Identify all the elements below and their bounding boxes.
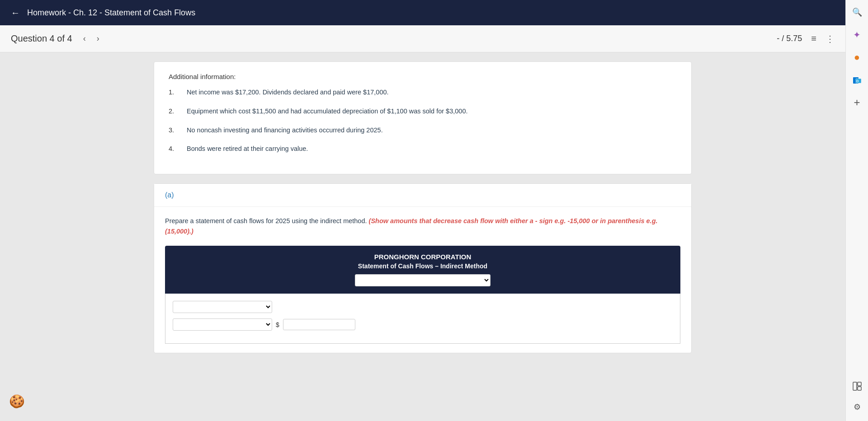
outlook-icon[interactable]: O bbox=[850, 73, 864, 87]
category-dropdown-2[interactable] bbox=[173, 318, 272, 331]
list-item: 3. No noncash investing and financing ac… bbox=[169, 126, 677, 136]
right-sidebar: 🔍 ✦ ● O + ⚙ bbox=[845, 0, 868, 421]
list-item: 1. Net income was $17,200. Dividends dec… bbox=[169, 88, 677, 98]
part-a-header: (a) bbox=[154, 184, 691, 207]
category-dropdown-1[interactable] bbox=[173, 301, 272, 313]
list-item-text: Bonds were retired at their carrying val… bbox=[187, 144, 308, 154]
header-right: - / 5.75 ≡ ⋮ bbox=[777, 33, 835, 44]
list-item-num: 3. bbox=[169, 126, 179, 136]
list-item: 4. Bonds were retired at their carrying … bbox=[169, 144, 677, 154]
sidebar-bottom-icons: ⚙ bbox=[850, 379, 864, 421]
part-a-label: (a) bbox=[165, 191, 174, 199]
corporation-name: PRONGHORN CORPORATION bbox=[172, 253, 673, 261]
question-nav-arrows: ‹ › bbox=[80, 32, 103, 45]
back-button[interactable]: ← bbox=[11, 8, 20, 18]
svg-rect-5 bbox=[858, 387, 861, 390]
next-question-button[interactable]: › bbox=[93, 32, 103, 45]
part-a-card: (a) Prepare a statement of cash flows fo… bbox=[154, 183, 692, 353]
cash-flow-form: $ bbox=[165, 294, 680, 344]
star-icon[interactable]: ✦ bbox=[850, 28, 864, 42]
circle-icon[interactable]: ● bbox=[850, 51, 864, 64]
content-scroll-area: Additional information: 1. Net income wa… bbox=[0, 52, 845, 421]
svg-text:O: O bbox=[856, 80, 859, 83]
list-item-text: Equipment which cost $11,500 and had acc… bbox=[187, 107, 468, 117]
nav-title: Homework - Ch. 12 - Statement of Cash Fl… bbox=[27, 8, 195, 18]
additional-info-card: Additional information: 1. Net income wa… bbox=[154, 61, 692, 174]
list-icon[interactable]: ≡ bbox=[811, 33, 816, 44]
form-row-1 bbox=[173, 301, 673, 313]
top-nav-bar: ← Homework - Ch. 12 - Statement of Cash … bbox=[0, 0, 845, 25]
svg-rect-4 bbox=[858, 382, 861, 386]
plus-icon[interactable]: + bbox=[850, 96, 864, 109]
statement-title: Statement of Cash Flows – Indirect Metho… bbox=[172, 262, 673, 270]
list-item-text: No noncash investing and financing activ… bbox=[187, 126, 383, 136]
year-dropdown[interactable] bbox=[355, 274, 491, 286]
additional-info-title: Additional information: bbox=[169, 73, 677, 80]
cash-flow-table-header: PRONGHORN CORPORATION Statement of Cash … bbox=[165, 246, 680, 294]
more-options-icon[interactable]: ⋮ bbox=[826, 33, 835, 44]
layout-icon[interactable] bbox=[850, 379, 864, 393]
search-icon[interactable]: 🔍 bbox=[850, 5, 864, 19]
question-header: Question 4 of 4 ‹ › - / 5.75 ≡ ⋮ bbox=[0, 25, 845, 52]
list-item-num: 2. bbox=[169, 107, 179, 117]
cookie-icon[interactable]: 🍪 bbox=[9, 394, 27, 412]
part-a-content: Prepare a statement of cash flows for 20… bbox=[154, 207, 691, 353]
dollar-sign: $ bbox=[276, 321, 279, 328]
gear-icon[interactable]: ⚙ bbox=[850, 400, 864, 414]
amount-input[interactable] bbox=[283, 319, 355, 330]
instruction-plain: Prepare a statement of cash flows for 20… bbox=[165, 217, 369, 225]
list-item-text: Net income was $17,200. Dividends declar… bbox=[187, 88, 389, 98]
list-item-num: 4. bbox=[169, 144, 179, 154]
question-label: Question 4 of 4 bbox=[11, 33, 72, 44]
svg-rect-3 bbox=[853, 382, 857, 390]
score-display: - / 5.75 bbox=[777, 34, 802, 43]
list-item-num: 1. bbox=[169, 88, 179, 98]
prev-question-button[interactable]: ‹ bbox=[80, 32, 90, 45]
additional-info-list: 1. Net income was $17,200. Dividends dec… bbox=[169, 88, 677, 154]
form-row-2: $ bbox=[173, 318, 673, 331]
list-item: 2. Equipment which cost $11,500 and had … bbox=[169, 107, 677, 117]
instruction-text: Prepare a statement of cash flows for 20… bbox=[165, 216, 680, 237]
